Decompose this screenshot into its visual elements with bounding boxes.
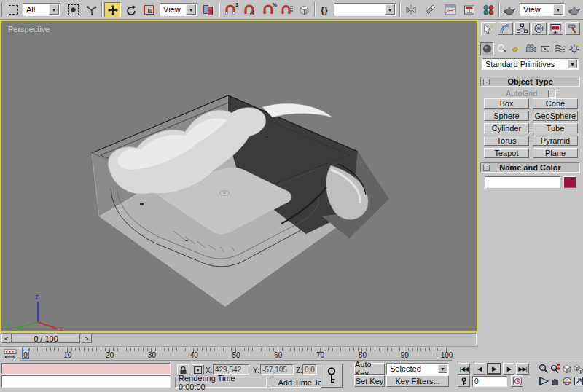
go-to-start-button[interactable]: |◀◀ — [458, 363, 470, 375]
render-type-dropdown[interactable]: View ▼ — [520, 3, 565, 16]
tab-utilities[interactable] — [565, 22, 580, 35]
object-type-teapot-button[interactable]: Teapot — [484, 148, 529, 158]
rectangular-selection-region-button[interactable] — [5, 2, 21, 17]
time-slider-handle[interactable]: 0 / 100 — [12, 334, 80, 343]
previous-frame-button[interactable]: ◀| — [474, 363, 485, 375]
category-space-warps[interactable] — [553, 42, 567, 55]
tab-motion[interactable] — [531, 22, 547, 35]
y-coord-field[interactable]: -57,105 — [260, 364, 294, 375]
dropdown-arrow-icon[interactable]: ▼ — [186, 4, 196, 15]
go-to-end-button[interactable]: ▶▶| — [516, 363, 529, 375]
category-helpers[interactable] — [539, 42, 552, 55]
object-type-cylinder-button[interactable]: Cylinder — [484, 123, 529, 133]
time-slider-prev-button[interactable]: < — [1, 334, 12, 343]
category-systems[interactable] — [568, 42, 582, 55]
min-max-toggle-button[interactable] — [573, 375, 583, 387]
zoom-extents-button[interactable] — [561, 363, 572, 375]
dropdown-arrow-icon[interactable]: ▼ — [553, 4, 563, 15]
perspective-viewport[interactable]: z x y Perspective — [0, 20, 478, 332]
zoom-all-button[interactable] — [549, 363, 560, 375]
pan-button[interactable] — [549, 375, 560, 387]
align-button[interactable] — [422, 2, 439, 17]
spinner-snap-toggle-button[interactable] — [278, 2, 294, 17]
curve-editor-button[interactable] — [442, 2, 459, 17]
track-bar-ruler[interactable]: 0102030405060708090100 — [20, 347, 452, 361]
object-type-plane-button[interactable]: Plane — [533, 148, 578, 158]
key-filters-button[interactable]: Key Filters... — [386, 375, 449, 387]
edit-named-selection-sets-button[interactable]: {} — [316, 2, 332, 17]
object-type-cone-button[interactable]: Cone — [533, 98, 578, 109]
material-editor-button[interactable] — [480, 2, 497, 17]
reference-coordinate-system-dropdown[interactable]: View ▼ — [160, 3, 197, 16]
object-type-sphere-button[interactable]: Sphere — [484, 111, 529, 121]
select-and-scale-button[interactable] — [141, 2, 157, 17]
key-icon — [324, 366, 339, 385]
tab-create[interactable] — [481, 22, 496, 36]
select-object-button[interactable] — [64, 2, 82, 17]
field-of-view-button[interactable] — [538, 375, 549, 387]
z-coord-label: Z: — [296, 366, 302, 375]
object-name-input[interactable] — [485, 176, 560, 188]
arc-rotate-button[interactable] — [561, 375, 572, 387]
maxscript-listener-pink-line[interactable] — [1, 363, 171, 375]
set-keys-button[interactable] — [321, 364, 343, 388]
z-coord-field[interactable]: 0,0 — [302, 364, 317, 375]
dropdown-arrow-icon[interactable]: ▼ — [49, 4, 59, 15]
zoom-extents-all-button[interactable] — [573, 363, 583, 375]
collapse-icon[interactable]: - — [483, 165, 490, 171]
zoom-button[interactable] — [538, 363, 549, 375]
select-and-manipulate-button[interactable] — [83, 2, 99, 17]
auto-key-button[interactable]: Auto Key — [354, 363, 385, 375]
dropdown-arrow-icon[interactable]: ▼ — [568, 60, 577, 68]
percent-snap-toggle-button[interactable]: % — [259, 2, 277, 17]
maxscript-listener-white-line[interactable] — [1, 375, 171, 388]
quick-render-button[interactable] — [566, 2, 582, 17]
selection-filter-dropdown[interactable]: All ▼ — [23, 3, 60, 16]
primitives-category-value: Standard Primitives — [485, 60, 555, 68]
key-mode-toggle-button[interactable] — [458, 375, 470, 387]
named-selection-sets-dropdown[interactable]: ▼ — [334, 3, 396, 16]
use-pivot-point-center-button[interactable] — [200, 2, 217, 17]
play-button[interactable]: ▶ — [487, 363, 501, 375]
mirror-button[interactable] — [402, 2, 420, 17]
autogrid-checkbox[interactable] — [548, 90, 556, 98]
select-and-rotate-button[interactable] — [122, 2, 139, 17]
tab-hierarchy[interactable] — [514, 22, 530, 35]
tab-display[interactable] — [548, 22, 563, 35]
viewport-label[interactable]: Perspective — [8, 25, 50, 34]
helpers-icon — [540, 44, 551, 54]
time-configuration-button[interactable] — [511, 375, 523, 387]
dropdown-arrow-icon[interactable]: ▼ — [438, 364, 447, 373]
object-type-geosphere-button[interactable]: GeoSphere — [533, 111, 578, 121]
tab-modify[interactable] — [498, 22, 513, 35]
collapse-icon[interactable]: - — [483, 79, 490, 85]
object-type-torus-button[interactable]: Torus — [484, 136, 529, 146]
time-slider-next-button[interactable]: > — [82, 334, 92, 343]
spinner-snap-magnet-icon — [281, 4, 293, 16]
current-frame-field[interactable] — [472, 376, 507, 387]
object-type-pyramid-button[interactable]: Pyramid — [533, 136, 578, 146]
object-type-box-button[interactable]: Box — [484, 98, 529, 109]
open-mini-curve-editor-button[interactable] — [1, 348, 19, 361]
name-color-rollout-header[interactable]: - Name and Color — [480, 162, 580, 173]
category-cameras[interactable] — [524, 42, 538, 55]
set-key-button[interactable]: Set Key — [354, 375, 385, 387]
category-lights[interactable] — [509, 42, 523, 55]
keyboard-shortcut-override-toggle[interactable] — [295, 2, 313, 17]
schematic-view-button[interactable] — [461, 2, 478, 17]
tick-label-80: 80 — [359, 351, 367, 359]
category-geometry[interactable] — [480, 42, 494, 55]
dropdown-arrow-icon[interactable]: ▼ — [385, 4, 395, 15]
primitives-category-dropdown[interactable]: Standard Primitives ▼ — [482, 58, 579, 70]
snap-toggle-3d-button[interactable]: 3 — [222, 2, 239, 17]
toolbar-grip[interactable] — [1, 2, 4, 17]
category-shapes[interactable] — [495, 42, 509, 55]
selection-set-dropdown[interactable]: Selected ▼ — [386, 363, 449, 375]
object-type-rollout-header[interactable]: - Object Type — [480, 77, 580, 87]
next-frame-button[interactable]: |▶ — [503, 363, 514, 375]
angle-snap-toggle-button[interactable] — [240, 2, 258, 17]
name-color-swatch[interactable] — [563, 176, 576, 188]
select-and-move-button[interactable] — [104, 2, 121, 17]
object-type-tube-button[interactable]: Tube — [533, 123, 578, 133]
render-scene-button[interactable] — [501, 2, 518, 17]
